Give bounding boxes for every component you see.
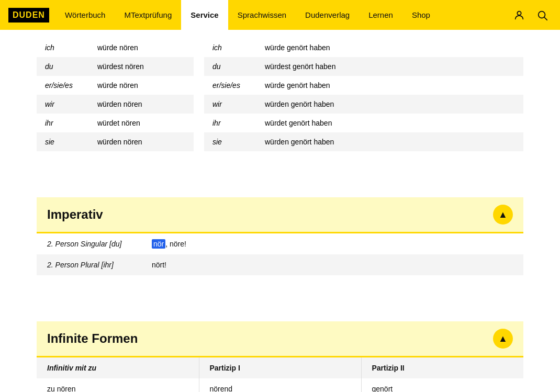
- table-row: du würdest nören du würdest genört haben: [37, 57, 523, 76]
- imperativ-form: nör, nöre!: [141, 233, 523, 254]
- form-cell: würdet nören: [89, 114, 194, 132]
- partizip2-header: Partizip II: [361, 357, 523, 378]
- search-icon: [536, 9, 548, 21]
- nav-item-woerterbuch[interactable]: Wörterbuch: [55, 0, 115, 30]
- pronoun-cell: ich: [37, 38, 89, 57]
- pronoun-cell: sie: [204, 132, 256, 151]
- pronoun-cell: ihr: [204, 114, 256, 132]
- table-row: 2. Person Plural [ihr] nört!: [37, 254, 523, 275]
- main-content: ich würde nören ich würde genört haben d…: [0, 30, 560, 392]
- nav-item-lernen[interactable]: Lernen: [359, 0, 402, 30]
- form-cell: würden genört haben: [256, 132, 523, 151]
- svg-point-0: [517, 11, 521, 15]
- imperativ-form: nört!: [141, 254, 523, 275]
- pronoun-cell: du: [204, 57, 256, 76]
- table-row: er/sie/es würde nören er/sie/es würde ge…: [37, 76, 523, 95]
- pronoun-cell: ich: [204, 38, 256, 57]
- pronoun-cell: du: [37, 57, 89, 76]
- konjunktiv-table: ich würde nören ich würde genört haben d…: [37, 38, 523, 151]
- form-cell: würden genört haben: [256, 95, 523, 114]
- form-cell: würdet genört haben: [256, 114, 523, 132]
- nav-item-service[interactable]: Service: [181, 0, 228, 30]
- table-row: zu nören nörend genört: [37, 378, 523, 392]
- imperativ-label: 2. Person Plural [ihr]: [37, 254, 141, 275]
- textpruefung-label: Textprüfung: [131, 10, 172, 19]
- partizip1-cell: nörend: [199, 378, 361, 392]
- infinitiv-cell: zu nören: [37, 378, 199, 392]
- infinite-formen-header-row: Infinitiv mit zu Partizip I Partizip II: [37, 357, 523, 378]
- imperativ-label: 2. Person Singular [du]: [37, 233, 141, 254]
- table-row: sie würden nören sie würden genört haben: [37, 132, 523, 151]
- pronoun-cell: ihr: [37, 114, 89, 132]
- divider-cell: [194, 57, 204, 76]
- form-cell: würdest genört haben: [256, 57, 523, 76]
- divider-cell: [194, 38, 204, 57]
- form-cell: würde genört haben: [256, 76, 523, 95]
- user-icon: [513, 9, 525, 21]
- pronoun-cell: er/sie/es: [204, 76, 256, 95]
- imperativ-collapse-button[interactable]: ▲: [493, 205, 513, 225]
- imperativ-title: Imperativ: [47, 207, 103, 222]
- nav-item-dudenverlag[interactable]: Dudenverlag: [296, 0, 359, 30]
- imperativ-table: 2. Person Singular [du] nör, nöre! 2. Pe…: [37, 233, 523, 275]
- nav-item-textpruefung[interactable]: M Textprüfung: [115, 0, 181, 30]
- pronoun-cell: er/sie/es: [37, 76, 89, 95]
- pronoun-cell: wir: [37, 95, 89, 114]
- imperativ-section-header: Imperativ ▲: [37, 197, 523, 233]
- table-row: ich würde nören ich würde genört haben: [37, 38, 523, 57]
- divider-cell: [194, 114, 204, 132]
- infinite-formen-collapse-button[interactable]: ▲: [493, 329, 513, 349]
- duden-logo[interactable]: DUDEN: [8, 8, 49, 23]
- nav-items: Wörterbuch M Textprüfung Service Sprachw…: [55, 0, 510, 30]
- highlighted-word: nör: [152, 239, 165, 249]
- form-cell: würden nören: [89, 132, 194, 151]
- infinite-formen-table: Infinitiv mit zu Partizip I Partizip II …: [37, 357, 523, 392]
- divider-cell: [194, 95, 204, 114]
- search-icon-button[interactable]: [533, 6, 552, 25]
- nav-item-shop[interactable]: Shop: [402, 0, 440, 30]
- form-cell: würdest nören: [89, 57, 194, 76]
- svg-line-2: [544, 17, 547, 20]
- divider-cell: [194, 76, 204, 95]
- nav-icons: [510, 6, 552, 25]
- divider-cell: [194, 132, 204, 151]
- user-icon-button[interactable]: [510, 6, 529, 25]
- form-cell: würde nören: [89, 76, 194, 95]
- table-row: wir würden nören wir würden genört haben: [37, 95, 523, 114]
- nav-item-sprachwissen[interactable]: Sprachwissen: [228, 0, 296, 30]
- infinitiv-header: Infinitiv mit zu: [37, 357, 199, 378]
- pronoun-cell: wir: [204, 95, 256, 114]
- form-cell: würden nören: [89, 95, 194, 114]
- partizip2-cell: genört: [361, 378, 523, 392]
- table-row: ihr würdet nören ihr würdet genört haben: [37, 114, 523, 132]
- form-cell: würde genört haben: [256, 38, 523, 57]
- infinite-formen-section-header: Infinite Formen ▲: [37, 321, 523, 357]
- main-nav: DUDEN Wörterbuch M Textprüfung Service S…: [0, 0, 560, 30]
- partizip1-header: Partizip I: [199, 357, 361, 378]
- infinite-formen-title: Infinite Formen: [47, 331, 138, 346]
- pronoun-cell: sie: [37, 132, 89, 151]
- table-row: 2. Person Singular [du] nör, nöre!: [37, 233, 523, 254]
- m-badge: M: [124, 10, 131, 19]
- form-cell: würde nören: [89, 38, 194, 57]
